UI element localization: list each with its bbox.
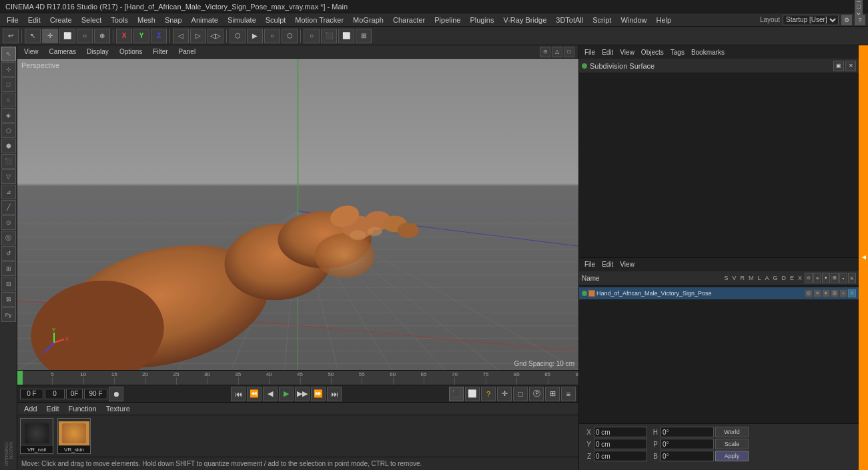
transform-tool-button[interactable]: ⊕ [94,29,110,43]
transport-go-start[interactable]: ⏮ [231,387,246,401]
obj-menu-file[interactable]: File [582,48,598,57]
left-tool-3[interactable]: ○ [1,93,16,107]
left-tool-16[interactable]: ⊠ [1,292,16,307]
viewport-tab-filter[interactable]: Filter [150,47,170,56]
viewport-tab-view[interactable]: View [21,47,41,56]
transport-next-frame[interactable]: ▶▶ [295,387,310,401]
menu-3dtotall[interactable]: 3DTotAll [552,15,587,25]
col-header-icon-3[interactable]: ▾ [822,273,830,283]
apply-button[interactable]: Apply [715,451,749,461]
menu-animate[interactable]: Animate [187,15,222,25]
menu-vraybridge[interactable]: V-Ray Bridge [499,15,550,25]
transport-icon-g[interactable]: ⊞ [545,387,560,401]
attr-menu-view[interactable]: View [617,260,637,269]
left-tool-2[interactable]: □ [1,77,16,92]
layout-selector[interactable]: Startup [User] [783,15,839,25]
mat-menu-texture[interactable]: Texture [102,404,134,413]
viewport-tab-cameras[interactable]: Cameras [47,47,79,56]
left-tool-15[interactable]: ⊟ [1,277,16,291]
end-frame-input[interactable] [84,389,107,399]
col-header-icon-1[interactable]: ⊙ [805,273,813,283]
x-axis-button[interactable]: X [116,29,132,43]
render-settings-button[interactable]: ◁▷ [207,29,224,43]
material-swatch-nail[interactable]: VR_nail [20,418,53,454]
viewport-tab-options[interactable]: Options [117,47,145,56]
world-button[interactable]: World [715,427,749,437]
left-tool-11[interactable]: ⊙ [1,215,16,230]
maximize-button[interactable]: □ [855,3,863,11]
obj-menu-tags[interactable]: Tags [668,48,687,57]
material-swatch-skin[interactable]: VR_skin [57,418,91,454]
left-tool-14[interactable]: ⊞ [1,261,16,276]
menu-help[interactable]: Help [653,15,676,25]
settings-icon[interactable]: ⚙ [841,15,852,25]
menu-file[interactable]: File [3,15,23,25]
fps-input[interactable] [66,389,83,399]
move-tool-button[interactable]: ✛ [42,29,58,43]
start-frame-input[interactable] [20,389,43,399]
left-tool-12[interactable]: Ⓢ [1,231,16,245]
point-mode-button[interactable]: ⬡ [282,29,298,43]
transport-next-key[interactable]: ⏩ [311,387,326,401]
left-tool-9[interactable]: ⊿ [1,185,16,199]
transport-icon-f[interactable]: Ⓟ [529,387,544,401]
coord-z-input[interactable] [594,451,647,461]
hand-icon-6[interactable]: K [848,289,856,297]
transport-icon-e[interactable]: □ [513,387,528,401]
help-icon[interactable]: ? [855,15,865,25]
transport-icon-a[interactable]: ⬛ [449,387,464,401]
edge-mode-button[interactable]: ○ [264,29,280,43]
transport-prev-frame[interactable]: ◀ [263,387,278,401]
viewport-tab-panel[interactable]: Panel [176,47,199,56]
coord-x-input[interactable] [594,427,647,437]
menu-mesh[interactable]: Mesh [133,15,159,25]
mat-menu-add[interactable]: Add [20,404,41,413]
left-tool-1[interactable]: ⊹ [1,62,16,77]
left-tool-6[interactable]: ⬢ [1,139,16,153]
transport-go-end[interactable]: ⏭ [327,387,342,401]
viewport-icon-1[interactable]: ⊙ [540,47,550,57]
menu-tools[interactable]: Tools [107,15,132,25]
col-header-icon-2[interactable]: ≡ [813,273,821,283]
menu-mograph[interactable]: MoGraph [349,15,388,25]
y-axis-button[interactable]: Y [133,29,149,43]
coord-h-input[interactable] [661,427,714,437]
coord-p-input[interactable] [661,439,714,449]
mat-menu-edit[interactable]: Edit [43,404,63,413]
menu-character[interactable]: Character [389,15,429,25]
menu-sculpt[interactable]: Sculpt [262,15,290,25]
left-tool-0[interactable]: ↖ [1,47,16,61]
hand-icon-3[interactable]: ▾ [822,289,830,297]
subdivision-close[interactable]: ✕ [845,61,856,71]
left-tool-10[interactable]: ╱ [1,200,16,215]
col-header-icon-4[interactable]: ⊞ [831,273,839,283]
subdivision-icon-1[interactable]: ▣ [833,61,844,71]
transport-icon-d[interactable]: ✛ [497,387,512,401]
obj-menu-objects[interactable]: Objects [638,48,667,57]
hand-icon-2[interactable]: ≡ [813,289,821,297]
left-tool-8[interactable]: ▽ [1,169,16,184]
menu-simulate[interactable]: Simulate [224,15,260,25]
transport-icon-c[interactable]: ? [481,387,496,401]
transport-record-button[interactable]: ⏺ [109,387,123,401]
hand-icon-4[interactable]: ⊞ [831,289,839,297]
z-axis-button[interactable]: Z [151,29,167,43]
menu-select[interactable]: Select [77,15,106,25]
menu-pipeline[interactable]: Pipeline [430,15,464,25]
texture-mode-button[interactable]: ○ [304,29,320,43]
menu-plugins[interactable]: Plugins [466,15,498,25]
transport-play[interactable]: ▶ [279,387,294,401]
current-frame-input[interactable] [45,389,65,399]
rotate-tool-button[interactable]: ○ [77,29,93,43]
left-tool-13[interactable]: ↺ [1,246,16,261]
menu-motiontracker[interactable]: Motion Tracker [291,15,348,25]
left-tool-7[interactable]: ⬛ [1,154,16,169]
col-header-icon-6[interactable]: K [848,273,856,283]
select-tool-button[interactable]: ↖ [25,29,41,43]
right-sidebar-tab[interactable]: ▶ [859,45,868,470]
object-row-hand[interactable]: Hand_of_African_Male_Victory_Sign_Pose ⊙… [579,287,859,299]
3d-viewport[interactable]: Perspective Grid Spacing: 10 cm X Y Z [17,59,578,370]
obj-menu-bookmarks[interactable]: Bookmarks [689,48,727,57]
col-header-icon-5[interactable]: ▪ [839,273,847,283]
obj-menu-view[interactable]: View [617,48,637,57]
